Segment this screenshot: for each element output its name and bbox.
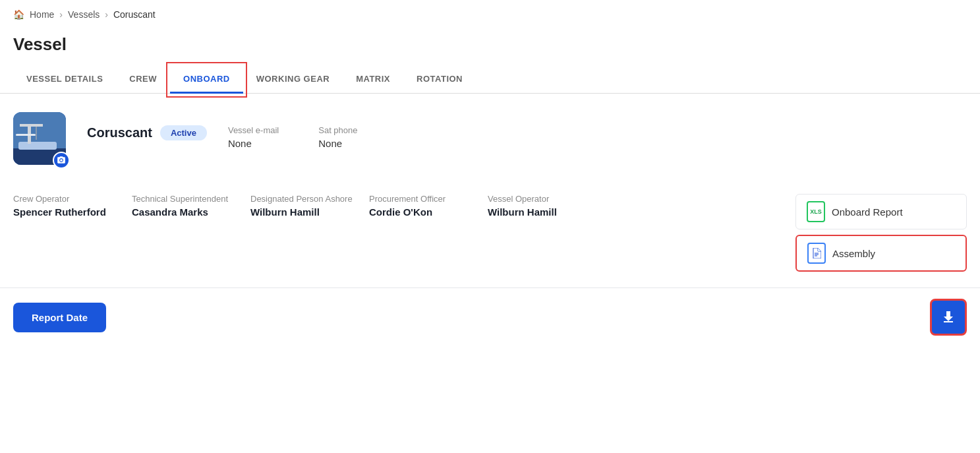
- xls-icon: XLS: [807, 201, 825, 222]
- vessel-satphone-label: Sat phone: [318, 125, 357, 135]
- crew-vessel-operator-role: Vessel Operator: [488, 194, 606, 204]
- breadcrumb-vessels[interactable]: Vessels: [68, 9, 100, 20]
- vessel-name: Coruscant: [87, 125, 152, 140]
- tab-vessel-details[interactable]: VESSEL DETAILS: [13, 66, 116, 94]
- breadcrumb-current: Coruscant: [113, 9, 156, 20]
- crew-operator: Crew Operator Spencer Rutherford: [13, 194, 132, 218]
- svg-rect-3: [28, 124, 31, 144]
- breadcrumb-sep-1: ›: [59, 9, 63, 20]
- tab-matrix[interactable]: MATRIX: [343, 66, 403, 94]
- vessel-email-label: Vessel e-mail: [228, 125, 279, 135]
- assembly-button[interactable]: Assembly: [795, 235, 967, 272]
- crew-tech-super: Technical Superintendent Casandra Marks: [132, 194, 250, 218]
- crew-tech-super-role: Technical Superintendent: [132, 194, 250, 204]
- tab-working-gear[interactable]: WORKING GEAR: [243, 66, 343, 94]
- crew-vessel-operator: Vessel Operator Wilburn Hamill: [488, 194, 606, 218]
- download-icon: [940, 309, 956, 325]
- tab-onboard[interactable]: ONBOARD: [170, 66, 243, 94]
- breadcrumb-sep-2: ›: [105, 9, 108, 20]
- vessel-satphone-value: None: [318, 138, 357, 149]
- doc-icon: [807, 243, 826, 264]
- breadcrumb: 🏠 Home › Vessels › Coruscant: [0, 0, 980, 29]
- onboard-report-label: Onboard Report: [832, 206, 903, 218]
- crew-operator-name: Spencer Rutherford: [13, 206, 132, 218]
- breadcrumb-home[interactable]: Home: [30, 9, 54, 20]
- download-button[interactable]: [930, 299, 967, 336]
- report-date-button[interactable]: Report Date: [13, 303, 106, 332]
- vessel-satphone-group: Sat phone None: [318, 125, 357, 149]
- footer-bar: Report Date: [0, 288, 980, 346]
- vessel-email-value: None: [228, 138, 279, 149]
- crew-operator-role: Crew Operator: [13, 194, 132, 204]
- vessel-status-badge: Active: [160, 125, 207, 140]
- crew-procurement-name: Cordie O'Kon: [369, 206, 488, 218]
- vessel-name-status: Coruscant Active: [87, 112, 207, 140]
- crew-dpa-role: Designated Person Ashore: [250, 194, 369, 204]
- page-title: Vessel: [0, 29, 980, 65]
- vessel-name-wrap: Coruscant Active: [87, 112, 207, 140]
- assembly-label: Assembly: [832, 248, 875, 259]
- camera-badge[interactable]: [53, 152, 70, 169]
- tab-crew[interactable]: CREW: [116, 66, 170, 94]
- crew-section: Crew Operator Spencer Rutherford Technic…: [0, 178, 980, 288]
- vessel-image-wrap: [13, 112, 66, 165]
- reports-column: XLS Onboard Report Assembly: [795, 194, 967, 272]
- crew-procurement-role: Procurement Officer: [369, 194, 488, 204]
- svg-rect-2: [18, 142, 57, 150]
- crew-procurement: Procurement Officer Cordie O'Kon: [369, 194, 488, 218]
- tab-rotation[interactable]: ROTATION: [403, 66, 476, 94]
- onboard-report-button[interactable]: XLS Onboard Report: [795, 194, 967, 229]
- vessel-info-section: Coruscant Active Vessel e-mail None Sat …: [0, 94, 980, 178]
- crew-vessel-operator-name: Wilburn Hamill: [488, 206, 606, 218]
- vessel-contact: Vessel e-mail None Sat phone None: [228, 112, 358, 149]
- home-icon: 🏠: [13, 9, 24, 20]
- vessel-email-group: Vessel e-mail None: [228, 125, 279, 149]
- crew-tech-super-name: Casandra Marks: [132, 206, 250, 218]
- camera-icon: [57, 156, 66, 165]
- doc-file-icon: [812, 248, 821, 258]
- crew-dpa: Designated Person Ashore Wilburn Hamill: [250, 194, 369, 218]
- svg-rect-4: [20, 124, 43, 127]
- crew-dpa-name: Wilburn Hamill: [250, 206, 369, 218]
- tabs-bar: VESSEL DETAILS CREW ONBOARD WORKING GEAR…: [0, 65, 980, 94]
